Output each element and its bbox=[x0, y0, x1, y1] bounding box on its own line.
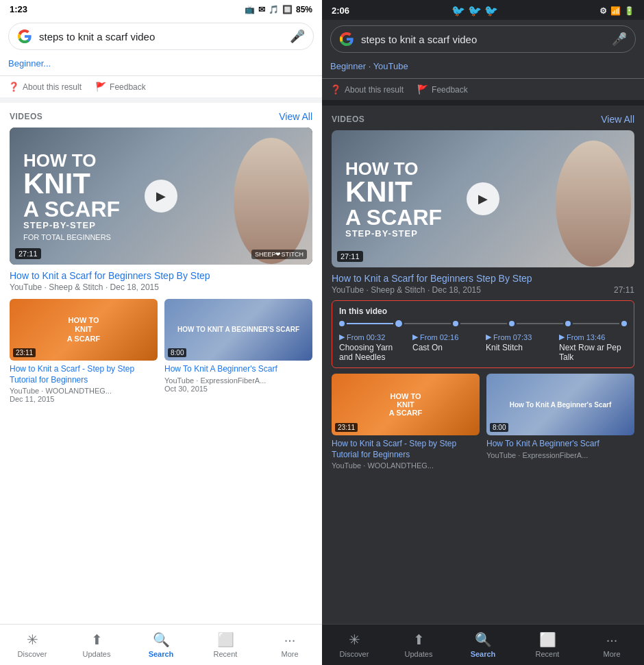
twitter-birds: 🐦 🐦 🐦 bbox=[451, 4, 498, 17]
small-thumb-1-left: How To Knit A Beginner's Scarf 8:00 How … bbox=[164, 299, 312, 403]
main-video-meta-right: YouTube · Sheep & Stitch · Dec 18, 2015 … bbox=[322, 285, 644, 298]
chapter-0[interactable]: ▶ From 00:32 Choosing Yarn and Needles bbox=[339, 332, 407, 362]
status-icons-left: 📺 ✉ 🎵 🔲 85% bbox=[245, 5, 312, 14]
mic-icon-left[interactable]: 🎤 bbox=[290, 29, 305, 44]
search-icon-right: 🔍 bbox=[475, 631, 492, 648]
chapter-0-from: ▶ From 00:32 bbox=[339, 332, 407, 341]
discover-label-left: Discover bbox=[18, 650, 47, 658]
small-thumb-img-0-right[interactable]: HOW TOKNITA SCARF 23:11 bbox=[332, 374, 480, 435]
small-title-1-right[interactable]: How To Knit A Beginner's Scarf bbox=[486, 439, 634, 450]
small-thumb-txt-0-right: HOW TOKNITA SCARF bbox=[389, 392, 422, 417]
main-video-duration-right: 27:11 bbox=[614, 285, 634, 295]
videos-label-right: VIDEOS bbox=[332, 114, 364, 124]
person-silhouette-right bbox=[556, 141, 631, 267]
thumb-text-right: HOW TO KNIT A SCARF STEP-BY-STEP bbox=[345, 160, 442, 239]
nav-updates-left[interactable]: ⬆ Updates bbox=[64, 625, 129, 665]
search-bar-left: steps to knit a scarf video 🎤 bbox=[0, 17, 322, 57]
feedback-label-left: Feedback bbox=[110, 82, 146, 92]
videos-section-left: VIDEOS View All HOW TO KNIT A SCARF STEP… bbox=[0, 103, 322, 624]
about-result-item-right[interactable]: ❓ About this result bbox=[330, 84, 404, 95]
recent-icon-left: ⬜ bbox=[217, 631, 234, 648]
mic-icon-right[interactable]: 🎤 bbox=[612, 32, 627, 47]
phone-left: 1:23 📺 ✉ 🎵 🔲 85% steps to knit a scarf v… bbox=[0, 0, 322, 665]
nav-more-left[interactable]: ··· More bbox=[258, 625, 322, 665]
view-all-right[interactable]: View All bbox=[601, 114, 634, 125]
thumb-line2-right: KNIT bbox=[345, 178, 442, 206]
tl-dot-0 bbox=[339, 321, 345, 326]
chapter-1[interactable]: ▶ From 02:16 Cast On bbox=[412, 332, 480, 362]
small-meta-1-left: YouTube · ExpressionFiberA... Oct 30, 20… bbox=[164, 376, 312, 393]
nav-recent-right[interactable]: ⬜ Recent bbox=[515, 625, 580, 665]
discover-label-right: Discover bbox=[340, 650, 369, 658]
about-label-left: About this result bbox=[23, 82, 82, 92]
play-btn-right[interactable]: ▶ bbox=[467, 182, 499, 215]
feedback-item-left[interactable]: 🚩 Feedback bbox=[95, 82, 146, 92]
play-icon-0: ▶ bbox=[339, 332, 345, 341]
videos-header-left: VIDEOS View All bbox=[0, 103, 322, 128]
discover-icon-left: ✳ bbox=[27, 631, 38, 648]
feedback-label-right: Feedback bbox=[432, 85, 468, 95]
chapter-2-name: Knit Stitch bbox=[486, 343, 554, 352]
small-meta-0-right: YouTube · WOOLANDTHEG... bbox=[332, 461, 480, 470]
thumb-line4-right: STEP-BY-STEP bbox=[345, 228, 442, 239]
main-thumb-right[interactable]: HOW TO KNIT A SCARF STEP-BY-STEP ▶ 27:11 bbox=[332, 130, 634, 267]
feedback-item-right[interactable]: 🚩 Feedback bbox=[417, 84, 468, 95]
play-icon-2: ▶ bbox=[486, 332, 491, 341]
nav-more-right[interactable]: ··· More bbox=[580, 625, 644, 665]
small-title-1-left[interactable]: How To Knit A Beginner's Scarf bbox=[164, 364, 312, 375]
small-thumb-img-0-left[interactable]: HOW TOKNITA SCARF 23:11 bbox=[10, 299, 158, 361]
view-all-left[interactable]: View All bbox=[279, 111, 312, 122]
battery-pct-left: 85% bbox=[296, 5, 312, 14]
tl-dot-1 bbox=[395, 320, 402, 327]
thumb-line3-left: A SCARF bbox=[23, 198, 120, 220]
music-icon: 🎵 bbox=[269, 5, 279, 14]
chapter-2-from: ▶ From 07:33 bbox=[486, 332, 554, 341]
main-video-title-left[interactable]: How to Knit a Scarf for Beginners Step B… bbox=[0, 265, 322, 282]
main-video-meta-left: YouTube · Sheep & Stitch · Dec 18, 2015 bbox=[0, 282, 322, 299]
thumb-line3-right: A SCARF bbox=[345, 206, 442, 228]
more-label-left: More bbox=[281, 650, 298, 658]
nav-updates-right[interactable]: ⬆ Updates bbox=[386, 625, 451, 665]
beginner-link-right[interactable]: Beginner · YouTube bbox=[330, 61, 408, 71]
videos-header-right: VIDEOS View All bbox=[322, 106, 644, 130]
sub-results-left: Beginner... bbox=[0, 57, 322, 76]
tl-line-4 bbox=[573, 323, 619, 324]
main-video-title-right[interactable]: How to Knit a Scarf for Beginners Step B… bbox=[322, 267, 644, 285]
nav-search-right[interactable]: 🔍 Search bbox=[451, 625, 515, 665]
about-feedback-right: ❓ About this result 🚩 Feedback bbox=[322, 79, 644, 100]
sheep-badge-left: SHEEP❤STITCH bbox=[251, 250, 307, 259]
nav-search-left[interactable]: 🔍 Search bbox=[129, 625, 193, 665]
small-thumb-img-1-left[interactable]: How To Knit A Beginner's Scarf 8:00 bbox=[164, 299, 312, 361]
search-text-left: steps to knit a scarf video bbox=[39, 31, 283, 43]
chapter-2[interactable]: ▶ From 07:33 Knit Stitch bbox=[486, 332, 554, 362]
timeline-bar bbox=[339, 320, 627, 327]
about-result-item-left[interactable]: ❓ About this result bbox=[8, 82, 82, 92]
nav-discover-left[interactable]: ✳ Discover bbox=[0, 625, 64, 665]
recent-label-right: Recent bbox=[536, 650, 560, 658]
time-left: 1:23 bbox=[10, 4, 27, 14]
sub-results-right: Beginner · YouTube bbox=[322, 60, 644, 79]
small-title-0-left[interactable]: How to Knit a Scarf - Step by Step Tutor… bbox=[10, 364, 158, 385]
thumb-bg-right: HOW TO KNIT A SCARF STEP-BY-STEP ▶ 27:11 bbox=[332, 130, 634, 267]
nav-recent-left[interactable]: ⬜ Recent bbox=[193, 625, 258, 665]
search-input-right[interactable]: steps to knit a scarf video 🎤 bbox=[330, 25, 636, 53]
thumb-line1-left: HOW TO bbox=[23, 152, 120, 169]
small-thumbs-left: HOW TOKNITA SCARF 23:11 How to Knit a Sc… bbox=[0, 299, 322, 409]
search-label-left: Search bbox=[149, 650, 174, 658]
beginner-link-left[interactable]: Beginner... bbox=[8, 58, 51, 69]
small-thumb-img-1-right[interactable]: How To Knit A Beginner's Scarf 8:00 bbox=[486, 374, 634, 435]
chapter-3-name: Next Row ar Pep Talk bbox=[559, 343, 627, 362]
chapter-3[interactable]: ▶ From 13:46 Next Row ar Pep Talk bbox=[559, 332, 627, 362]
small-meta-0-left: YouTube · WOOLANDTHEG... Dec 11, 2015 bbox=[10, 387, 158, 403]
small-thumb-txt-0-left: HOW TOKNITA SCARF bbox=[67, 316, 100, 343]
small-thumb-0-right: HOW TOKNITA SCARF 23:11 How to Knit a Sc… bbox=[332, 374, 480, 470]
play-btn-left[interactable]: ▶ bbox=[145, 180, 177, 213]
flag-icon-right: 🚩 bbox=[417, 84, 428, 95]
nav-discover-right[interactable]: ✳ Discover bbox=[322, 625, 386, 665]
search-input-left[interactable]: steps to knit a scarf video 🎤 bbox=[8, 23, 314, 50]
duration-badge-right: 27:11 bbox=[337, 251, 363, 262]
main-thumb-left[interactable]: HOW TO KNIT A SCARF STEP-BY-STEP FOR TOT… bbox=[10, 128, 312, 265]
small-title-0-right[interactable]: How to Knit a Scarf - Step by Step Tutor… bbox=[332, 439, 480, 460]
bottom-nav-left: ✳ Discover ⬆ Updates 🔍 Search ⬜ Recent ·… bbox=[0, 624, 322, 665]
status-bar-right: 2:06 🐦 🐦 🐦 ⚙ 📶 🔋 bbox=[322, 0, 644, 20]
